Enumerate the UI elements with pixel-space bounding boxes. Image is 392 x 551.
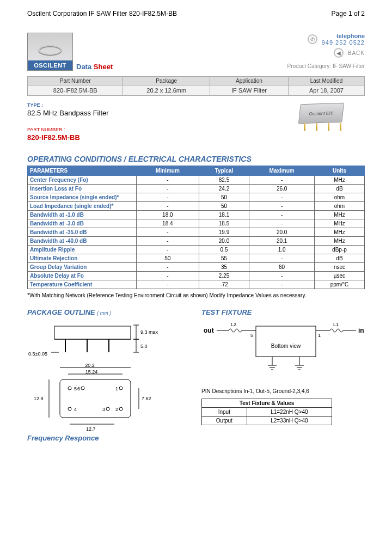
data-text: Data [76,63,91,71]
fixture-values-table: Test Fixture & Values InputL1=22nH Q>40O… [201,399,332,425]
info-header: Last Modified [288,77,364,85]
spec-row: Bandwidth at -3.0 dB18.418.5-MHz [28,219,365,228]
info-value: 20.2 x 12.6mm [123,85,210,96]
spec-row: Bandwidth at -1.0 dB18.018.1-MHz [28,211,365,219]
info-header: Application [210,77,288,85]
spec-cell: 55 [199,254,249,263]
svg-point-22 [119,407,122,411]
spec-header: PARAMETERS [28,166,137,176]
dim-width: 20.2 [85,363,95,368]
spec-cell: - [137,246,199,254]
spec-cell: MHz [314,211,364,219]
spec-row: Absolute Delay at Fo-2.25-µsec [28,272,365,280]
spec-header: Minimum [137,166,199,176]
part-number-value: 820-IF82.5M-BB [27,133,109,142]
pin-3: 3 [102,407,105,412]
svg-point-17 [68,387,71,390]
svg-point-18 [81,387,84,390]
dim-pin-len: 5.0 [140,344,148,349]
spec-cell: ohm [314,202,364,211]
spec-header: Units [314,166,364,176]
spec-row: Bandwidth at -40.0 dB-20.020.1MHz [28,237,365,246]
spec-cell: - [137,185,199,193]
svg-rect-16 [60,379,131,418]
company-logo: OSCILENT [27,33,73,71]
spec-cell: MHz [314,237,364,246]
spec-cell: - [249,280,315,289]
info-header: Package [123,77,210,85]
test-fixture-diagram: out L2 5 Bottom view 1 L1 in [201,321,365,381]
spec-cell: 35 [199,263,249,272]
logo-block: OSCILENT Data Sheet [27,33,113,71]
spec-cell: - [249,193,315,202]
back-button[interactable]: BACK [348,50,365,56]
spec-row: Group Delay Variation-3560nsec [28,263,365,272]
spec-cell: ppm/°C [314,280,364,289]
section-package-outline: PACKAGE OUTLINE ( mm ) [27,308,191,316]
spec-cell: - [249,211,315,219]
dim-height: 12.8 [34,396,44,401]
spec-cell: Bandwidth at -35.0 dB [28,228,137,237]
spec-header: Maximum [249,166,315,176]
pin-4: 4 [74,407,77,412]
spec-cell: 50 [137,254,199,263]
spec-cell: Insertion Loss at Fo [28,185,137,193]
spec-cell: dB [314,185,364,193]
spec-cell: - [137,263,199,272]
spec-cell: - [137,176,199,185]
fixture-out-label: out [204,327,214,334]
sheet-text: Sheet [91,63,113,71]
pin-6: 6 [77,386,80,391]
pin-5: 5 [74,386,77,391]
fixture-io: Output [202,417,247,425]
spec-cell: 2.25 [199,272,249,280]
spec-cell: - [137,202,199,211]
spec-cell: dBp-p [314,246,364,254]
spec-cell: MHz [314,228,364,237]
spec-cell: Bandwidth at -1.0 dB [28,211,137,219]
part-number-label: PART NUMBER : [27,127,109,132]
spec-cell: MHz [314,176,364,185]
spec-cell: 20.0 [249,228,315,237]
spec-cell: - [137,272,199,280]
pin-descriptions: PIN Descriptions In-1, Out-5, Ground-2,3… [201,388,365,394]
info-value: 820-IF82.5M-BB [28,85,123,96]
svg-point-20 [68,407,71,411]
back-arrow-icon[interactable]: ◀ [334,48,344,58]
spec-cell: Source Impedance (single ended)* [28,193,137,202]
spec-cell: - [137,193,199,202]
info-table: Part NumberPackageApplicationLast Modifi… [27,76,365,96]
spec-cell: 1.0 [249,246,315,254]
spec-cell: Amplitude Ripple [28,246,137,254]
dim-pitch: 12.7 [86,426,96,432]
spec-cell: dB [314,254,364,263]
component-photo: Oscilent 820 [294,99,354,132]
spec-cell: - [249,176,315,185]
spec-cell: - [137,228,199,237]
dim-pin-dia: 0.5±0.05 [28,351,47,357]
product-category: Product Category: IF SAW Filter [287,63,365,69]
package-top-diagram: 20.2 15.24 5 6 1 4 3 2 12.8 7.62 12.7 [27,363,191,434]
package-label: PACKAGE OUTLINE [27,308,95,316]
page-header: Oscilent Corporation IF SAW Filter 820-I… [27,10,365,17]
section-test-fixture: TEST FIXTURE [201,308,365,316]
spec-row: Ultimate Rejection5055-dB [28,254,365,263]
spec-cell: - [137,280,199,289]
spec-table: PARAMETERSMinimumTypicalMaximumUnits Cen… [27,166,365,289]
type-value: 82.5 MHz Bandpass Filter [27,109,109,117]
header-page-num: Page 1 of 2 [332,10,365,17]
dim-height-max: 9.3 max [140,329,158,335]
svg-rect-2 [54,326,131,339]
spec-cell: 18.1 [199,211,249,219]
spec-row: Temperature Coefficient--72-ppm/°C [28,280,365,289]
spec-cell: - [249,219,315,228]
type-label: TYPE : [27,102,109,108]
spec-cell: - [137,237,199,246]
svg-point-21 [106,407,109,411]
spec-cell: 50 [199,202,249,211]
section-operating-conditions: OPERATING CONDITIONS / ELECTRICAL CHARAC… [27,155,365,163]
spec-row: Source Impedance (single ended)*-50-ohm [28,193,365,202]
spec-cell: 26.0 [249,185,315,193]
spec-header: Typical [199,166,249,176]
fixture-L2: L2 [231,322,236,327]
